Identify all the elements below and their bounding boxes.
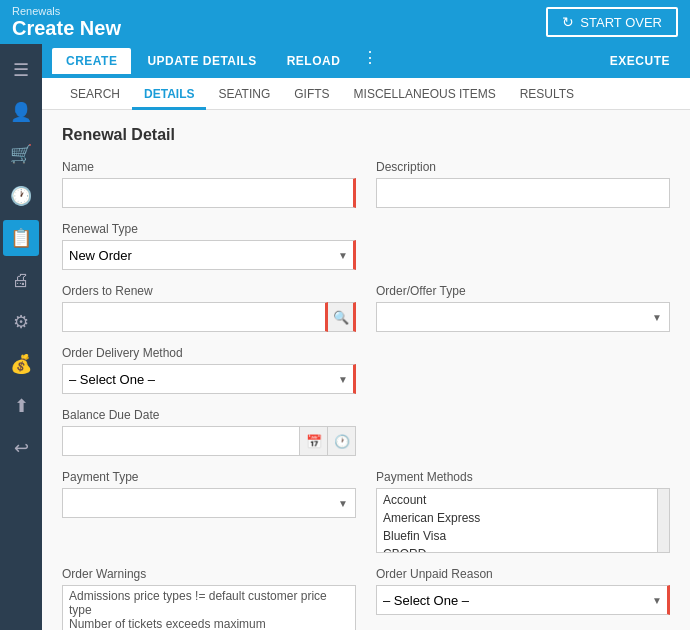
- calendar-icon[interactable]: 📅: [300, 426, 328, 456]
- sub-tab-search[interactable]: SEARCH: [58, 81, 132, 110]
- sub-tab-gifts[interactable]: GIFTS: [282, 81, 341, 110]
- group-orders-to-renew: Orders to Renew 🔍: [62, 284, 356, 332]
- main-content: CREATE UPDATE DETAILS RELOAD ⋮ EXECUTE S…: [42, 44, 690, 630]
- orders-to-renew-input[interactable]: [62, 302, 328, 332]
- balance-due-date-input[interactable]: [62, 426, 300, 456]
- action-tabs-left: CREATE UPDATE DETAILS RELOAD ⋮: [52, 48, 384, 74]
- sub-tabs: SEARCH DETAILS SEATING GIFTS MISCELLANEO…: [42, 78, 690, 110]
- row-orders-offer: Orders to Renew 🔍 Order/Offer Type: [62, 284, 670, 332]
- row-delivery: Order Delivery Method – Select One –: [62, 346, 670, 394]
- sidebar-back-icon[interactable]: ↩: [3, 430, 39, 466]
- delivery-method-label: Order Delivery Method: [62, 346, 356, 360]
- order-warnings-box: Admissions price types != default custom…: [62, 585, 356, 630]
- group-order-warnings: Order Warnings Admissions price types !=…: [62, 567, 356, 630]
- sidebar-upload-icon[interactable]: ⬆: [3, 388, 39, 424]
- sidebar: ☰ 👤 🛒 🕐 📋 🖨 ⚙ 💰 ⬆ ↩: [0, 44, 42, 630]
- payment-methods-label: Payment Methods: [376, 470, 670, 484]
- sub-tab-misc[interactable]: MISCELLANEOUS ITEMS: [342, 81, 508, 110]
- row-name-description: Name Description: [62, 160, 670, 208]
- order-unpaid-reason-wrapper: – Select One –: [376, 585, 670, 615]
- group-name: Name: [62, 160, 356, 208]
- row-payment: Payment Type Payment Methods Account Ame…: [62, 470, 670, 553]
- balance-due-date-wrapper: 📅 🕐: [62, 426, 356, 456]
- sub-tab-results[interactable]: RESULTS: [508, 81, 586, 110]
- sidebar-history-icon[interactable]: 🕐: [3, 178, 39, 214]
- row-renewal-type: Renewal Type New Order: [62, 222, 670, 270]
- form-content: Renewal Detail Name Description Renewal …: [42, 110, 690, 630]
- sub-tab-seating[interactable]: SEATING: [206, 81, 282, 110]
- group-order-unpaid-reason: Order Unpaid Reason – Select One –: [376, 567, 670, 630]
- sidebar-print-icon[interactable]: 🖨: [3, 262, 39, 298]
- name-input[interactable]: [62, 178, 356, 208]
- tab-reload[interactable]: RELOAD: [273, 48, 355, 74]
- delivery-method-select[interactable]: – Select One –: [62, 364, 356, 394]
- balance-due-date-label: Balance Due Date: [62, 408, 356, 422]
- group-renewal-type: Renewal Type New Order: [62, 222, 356, 270]
- sub-tab-details[interactable]: DETAILS: [132, 81, 206, 110]
- group-spacer2: [376, 346, 670, 394]
- pm-bluefin[interactable]: Bluefin Visa: [377, 527, 657, 545]
- order-offer-type-wrapper: [376, 302, 670, 332]
- payment-methods-wrapper: Account American Express Bluefin Visa CB…: [376, 488, 670, 553]
- order-unpaid-reason-label: Order Unpaid Reason: [376, 567, 670, 581]
- orders-search-button[interactable]: 🔍: [328, 302, 356, 332]
- clock-icon[interactable]: 🕐: [328, 426, 356, 456]
- renewal-type-label: Renewal Type: [62, 222, 356, 236]
- order-offer-type-select[interactable]: [376, 302, 670, 332]
- payment-type-label: Payment Type: [62, 470, 356, 484]
- top-bar: Renewals Create New ↻ START OVER: [0, 0, 690, 44]
- payment-methods-scrollbar[interactable]: [658, 488, 670, 553]
- sidebar-settings-icon[interactable]: ⚙: [3, 304, 39, 340]
- page-title: Create New: [12, 17, 121, 40]
- renewal-type-select[interactable]: New Order: [62, 240, 356, 270]
- group-payment-type: Payment Type: [62, 470, 356, 553]
- refresh-icon: ↻: [562, 14, 574, 30]
- row-balance-date: Balance Due Date 📅 🕐: [62, 408, 670, 456]
- top-bar-branding: Renewals Create New: [12, 5, 121, 40]
- name-label: Name: [62, 160, 356, 174]
- group-balance-due-date: Balance Due Date 📅 🕐: [62, 408, 356, 456]
- sidebar-payment-icon[interactable]: 💰: [3, 346, 39, 382]
- payment-type-wrapper: [62, 488, 356, 518]
- start-over-button[interactable]: ↻ START OVER: [546, 7, 678, 37]
- sidebar-renewals-icon[interactable]: 📋: [3, 220, 39, 256]
- action-tabs: CREATE UPDATE DETAILS RELOAD ⋮ EXECUTE: [42, 44, 690, 78]
- description-label: Description: [376, 160, 670, 174]
- group-payment-methods: Payment Methods Account American Express…: [376, 470, 670, 553]
- pm-account[interactable]: Account: [377, 491, 657, 509]
- group-spacer1: [376, 222, 670, 270]
- orders-to-renew-wrapper: 🔍: [62, 302, 356, 332]
- more-options-button[interactable]: ⋮: [356, 48, 384, 74]
- order-unpaid-reason-select[interactable]: – Select One –: [376, 585, 670, 615]
- group-delivery-method: Order Delivery Method – Select One –: [62, 346, 356, 394]
- breadcrumb: Renewals: [12, 5, 121, 17]
- group-spacer3: [376, 408, 670, 456]
- payment-methods-list[interactable]: Account American Express Bluefin Visa CB…: [376, 488, 658, 553]
- group-order-offer-type: Order/Offer Type: [376, 284, 670, 332]
- description-input[interactable]: [376, 178, 670, 208]
- tab-create[interactable]: CREATE: [52, 48, 131, 74]
- section-title: Renewal Detail: [62, 126, 670, 144]
- delivery-method-wrapper: – Select One –: [62, 364, 356, 394]
- sidebar-user-icon[interactable]: 👤: [3, 94, 39, 130]
- sidebar-cart-icon[interactable]: 🛒: [3, 136, 39, 172]
- warning-item-1: Admissions price types != default custom…: [69, 589, 349, 617]
- order-warnings-label: Order Warnings: [62, 567, 356, 581]
- group-description: Description: [376, 160, 670, 208]
- renewal-type-wrapper: New Order: [62, 240, 356, 270]
- order-offer-type-label: Order/Offer Type: [376, 284, 670, 298]
- tab-update-details[interactable]: UPDATE DETAILS: [133, 48, 270, 74]
- pm-amex[interactable]: American Express: [377, 509, 657, 527]
- execute-button[interactable]: EXECUTE: [600, 50, 680, 72]
- orders-to-renew-label: Orders to Renew: [62, 284, 356, 298]
- sidebar-menu-icon[interactable]: ☰: [3, 52, 39, 88]
- warning-item-2: Number of tickets exceeds maximum: [69, 617, 349, 630]
- payment-type-select[interactable]: [62, 488, 356, 518]
- pm-cbord[interactable]: CBORD: [377, 545, 657, 553]
- row-warnings-unpaid: Order Warnings Admissions price types !=…: [62, 567, 670, 630]
- main-layout: ☰ 👤 🛒 🕐 📋 🖨 ⚙ 💰 ⬆ ↩ CREATE UPDATE DETAIL…: [0, 44, 690, 630]
